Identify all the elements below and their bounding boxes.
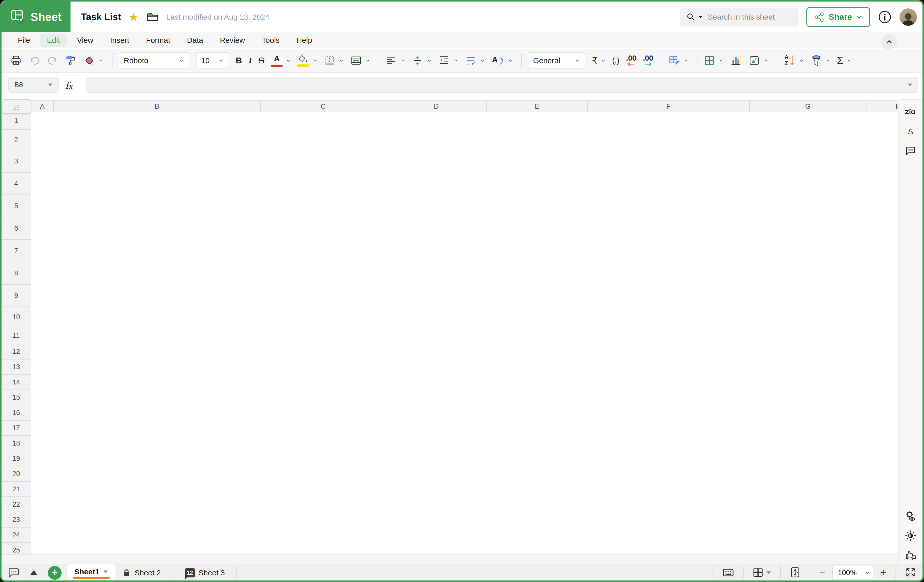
redo-button[interactable]: [47, 52, 59, 69]
row-header-22[interactable]: 22: [2, 497, 31, 512]
feedback-button[interactable]: [904, 548, 917, 562]
row-header-4[interactable]: 4: [2, 173, 31, 195]
shortcuts-button[interactable]: [722, 566, 734, 579]
sheet-tab-2[interactable]: Sheet 2: [116, 569, 167, 577]
text-rotate-button[interactable]: A: [491, 52, 505, 69]
eraser-button[interactable]: [84, 52, 95, 69]
select-all-corner[interactable]: [3, 99, 31, 114]
text-color-button[interactable]: A: [271, 52, 282, 69]
row-header-10[interactable]: 10: [2, 307, 31, 327]
sum-button[interactable]: Σ: [837, 52, 843, 69]
folder-icon[interactable]: [146, 10, 159, 24]
sheet-tab-active[interactable]: Sheet1: [67, 564, 116, 580]
freeze-options-arrow[interactable]: [766, 571, 771, 574]
row-header-3[interactable]: 3: [2, 150, 31, 173]
column-header-H[interactable]: H: [866, 101, 898, 112]
row-header-24[interactable]: 24: [2, 527, 31, 543]
freeze-panes-button[interactable]: [752, 567, 764, 579]
document-title[interactable]: Task List: [81, 12, 121, 22]
fill-color-button[interactable]: [297, 52, 309, 69]
menu-format[interactable]: Format: [140, 34, 177, 47]
formula-input[interactable]: [86, 77, 918, 93]
text-rotate-chevron[interactable]: [508, 58, 513, 63]
row-header-5[interactable]: 5: [2, 195, 31, 217]
strikethrough-button[interactable]: S: [259, 52, 264, 69]
vertical-align-button[interactable]: [412, 52, 424, 69]
filter-chevron[interactable]: [825, 58, 831, 63]
row-header-23[interactable]: 23: [2, 512, 31, 527]
zoom-in-button[interactable]: +: [880, 567, 886, 579]
column-header-A[interactable]: A: [31, 101, 54, 112]
collapse-toolbar-button[interactable]: [881, 34, 897, 50]
wrap-text-button[interactable]: [465, 52, 477, 69]
sum-chevron[interactable]: [846, 58, 852, 63]
borders-button[interactable]: [324, 52, 335, 69]
menu-help[interactable]: Help: [290, 34, 319, 47]
menu-file[interactable]: File: [11, 34, 37, 47]
conditional-format-button[interactable]: [668, 52, 680, 69]
column-header-B[interactable]: B: [54, 101, 261, 112]
row-header-17[interactable]: 17: [2, 421, 31, 436]
row-header-7[interactable]: 7: [2, 240, 31, 262]
italic-button[interactable]: I: [249, 52, 252, 69]
zoom-out-button[interactable]: −: [819, 567, 826, 579]
row-header-19[interactable]: 19: [2, 451, 31, 466]
row-header-2[interactable]: 2: [2, 130, 31, 150]
decrease-decimal-button[interactable]: .00: [626, 52, 636, 69]
row-header-1[interactable]: 1: [2, 112, 31, 130]
text-color-chevron[interactable]: [285, 58, 291, 63]
comments-panel-button[interactable]: [904, 145, 917, 158]
sort-chevron[interactable]: [799, 58, 804, 63]
add-sheet-button[interactable]: +: [48, 566, 62, 580]
discuss-button[interactable]: [2, 567, 25, 579]
row-header-25[interactable]: 25: [2, 543, 31, 554]
row-header-15[interactable]: 15: [2, 390, 31, 405]
user-avatar[interactable]: [899, 8, 917, 26]
row-header-8[interactable]: 8: [2, 262, 31, 284]
zia-ai-button[interactable]: [904, 106, 917, 120]
row-header-6[interactable]: 6: [2, 217, 31, 240]
font-family-select[interactable]: Roboto: [119, 52, 190, 69]
row-header-9[interactable]: 9: [2, 284, 31, 307]
image-button[interactable]: [748, 52, 760, 69]
currency-chevron[interactable]: [601, 58, 606, 63]
column-header-C[interactable]: C: [261, 101, 386, 112]
column-header-D[interactable]: D: [386, 101, 487, 112]
column-header-F[interactable]: F: [588, 101, 750, 112]
indent-button[interactable]: [438, 52, 450, 69]
eraser-options-chevron[interactable]: [98, 58, 104, 63]
vertical-align-chevron[interactable]: [427, 58, 432, 63]
fullscreen-button[interactable]: [905, 567, 916, 579]
row-header-21[interactable]: 21: [2, 482, 31, 497]
share-button[interactable]: Share: [807, 7, 870, 27]
functions-panel-button[interactable]: fx: [908, 125, 914, 136]
menu-data[interactable]: Data: [180, 34, 210, 47]
theme-brightness-button[interactable]: [904, 529, 917, 543]
format-painter-button[interactable]: [65, 52, 77, 69]
indent-chevron[interactable]: [453, 58, 459, 63]
column-header-E[interactable]: E: [487, 101, 588, 112]
fit-to-view-button[interactable]: [789, 567, 801, 579]
print-button[interactable]: [10, 52, 22, 69]
column-header-G[interactable]: G: [750, 101, 866, 112]
table-chevron[interactable]: [718, 58, 724, 63]
table-button[interactable]: [704, 52, 715, 69]
conditional-format-chevron[interactable]: [683, 58, 689, 63]
info-icon[interactable]: [878, 10, 892, 24]
row-header-18[interactable]: 18: [2, 436, 31, 451]
menu-insert[interactable]: Insert: [104, 34, 136, 47]
chart-button[interactable]: [730, 52, 742, 69]
number-format-select[interactable]: General: [528, 52, 585, 69]
horizontal-align-button[interactable]: [385, 52, 397, 69]
comma-format-button[interactable]: (,): [612, 52, 619, 69]
merge-cells-chevron[interactable]: [365, 58, 371, 63]
row-header-16[interactable]: 16: [2, 405, 31, 421]
row-header-11[interactable]: 11: [2, 327, 31, 344]
horizontal-align-chevron[interactable]: [400, 58, 406, 63]
app-logo[interactable]: Sheet: [2, 2, 71, 32]
sheet-list-button[interactable]: [30, 570, 38, 575]
sort-button[interactable]: A Z: [784, 52, 796, 69]
view-settings-button[interactable]: [904, 509, 917, 523]
search-input[interactable]: Search in this sheet: [680, 8, 799, 26]
undo-button[interactable]: [28, 52, 40, 69]
